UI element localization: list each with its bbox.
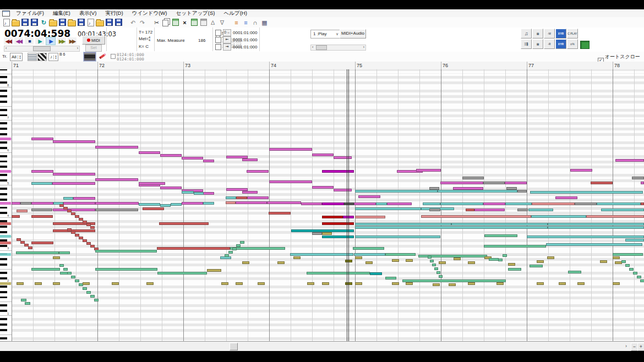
black-key[interactable] (0, 166, 7, 168)
midi-note[interactable] (143, 207, 164, 210)
midi-note[interactable] (423, 202, 440, 205)
save-project-button[interactable] (58, 18, 67, 27)
view-button-6[interactable]: ▦ (532, 39, 543, 49)
midi-note[interactable] (28, 246, 32, 249)
midi-note[interactable] (53, 282, 60, 285)
midi-note[interactable] (21, 299, 26, 301)
black-key[interactable] (0, 95, 7, 97)
midi-note[interactable] (344, 202, 354, 205)
midi-note[interactable] (236, 244, 241, 247)
midi-note[interactable] (355, 223, 451, 226)
midi-note[interactable] (632, 177, 644, 179)
copy-merge-button[interactable] (199, 18, 208, 27)
midi-note[interactable] (242, 191, 258, 194)
tempo-value[interactable]: 172 (145, 30, 152, 35)
paste-merge-button[interactable] (189, 18, 199, 27)
midi-note[interactable] (625, 264, 630, 267)
midi-note[interactable] (225, 254, 229, 257)
scroll-thumb[interactable] (33, 46, 51, 51)
track-list-button[interactable] (28, 53, 37, 61)
midi-note[interactable] (31, 268, 60, 271)
midi-note[interactable] (31, 202, 53, 205)
midi-note[interactable] (322, 202, 344, 205)
midi-note[interactable] (95, 202, 139, 205)
playhead[interactable] (348, 69, 349, 341)
spinner-arrows-icon[interactable]: ▲▼ (18, 55, 22, 59)
midi-note[interactable] (112, 282, 119, 285)
go-start-button[interactable]: ◀◀ (4, 37, 13, 45)
midi-note[interactable] (440, 182, 483, 184)
midi-note[interactable] (633, 272, 637, 275)
midi-note[interactable] (71, 276, 75, 278)
midi-note[interactable] (334, 189, 352, 191)
new-file-button[interactable] (2, 18, 11, 27)
midi-note[interactable] (498, 259, 503, 261)
spinner-arrows-icon[interactable]: ▲▼ (53, 55, 58, 59)
delete-button[interactable]: × (180, 18, 189, 27)
midi-note[interactable] (530, 191, 643, 194)
midi-note[interactable] (474, 209, 505, 211)
midi-note[interactable] (242, 261, 249, 264)
black-key[interactable] (0, 291, 7, 293)
midi-note[interactable] (307, 272, 370, 275)
black-key[interactable] (0, 81, 7, 84)
loop-start-icon[interactable]: 0→ (223, 29, 231, 36)
black-key[interactable] (0, 109, 7, 111)
view-button-1[interactable]: ▦ (532, 29, 543, 39)
midi-note[interactable] (559, 282, 566, 285)
black-key[interactable] (0, 318, 7, 320)
view-button-5[interactable]: ⇉ (521, 39, 532, 49)
black-key[interactable] (0, 286, 7, 288)
midi-note[interactable] (236, 201, 267, 204)
midi-note[interactable] (570, 169, 592, 172)
midi-note[interactable] (307, 282, 314, 285)
view-button-8[interactable]: XYR (555, 39, 566, 49)
menu-item-セットアップ[interactable]: セットアップ(S) (172, 10, 220, 17)
midi-note[interactable] (353, 247, 384, 250)
playhead[interactable] (347, 69, 347, 341)
midi-note[interactable] (625, 239, 644, 242)
midi-note[interactable] (171, 203, 182, 206)
record-button[interactable]: MIDI (82, 36, 105, 45)
set-button[interactable]: Set (85, 45, 102, 52)
midi-note[interactable] (160, 154, 182, 157)
midi-note[interactable] (517, 190, 527, 193)
black-key[interactable] (0, 245, 7, 247)
midi-note[interactable] (370, 272, 382, 275)
midi-note[interactable] (547, 256, 554, 259)
black-key[interactable] (0, 304, 7, 306)
midi-note[interactable] (600, 260, 607, 263)
open-doc-button[interactable] (95, 18, 105, 27)
midi-note[interactable] (365, 261, 373, 264)
return-icon[interactable]: ⇥ (223, 43, 231, 51)
midi-note[interactable] (95, 146, 138, 149)
midi-note[interactable] (236, 282, 243, 285)
midi-note[interactable] (496, 282, 504, 285)
midi-note[interactable] (95, 268, 157, 271)
midi-note[interactable] (59, 251, 70, 254)
midi-note[interactable] (83, 287, 87, 290)
midi-note[interactable] (392, 259, 399, 262)
midi-note[interactable] (421, 215, 531, 218)
midi-note[interactable] (548, 223, 644, 226)
black-key[interactable] (0, 277, 7, 279)
midi-note[interactable] (146, 282, 154, 285)
black-key[interactable] (0, 90, 7, 92)
marker-checkbox[interactable] (215, 44, 221, 50)
event-list-red-button[interactable]: ≡ (232, 18, 241, 27)
shift-up-button[interactable]: ∆ (208, 18, 217, 27)
open-project-button[interactable] (48, 18, 58, 27)
event-list-blue-button[interactable]: ≡ (241, 18, 250, 27)
midi-note[interactable] (385, 253, 416, 256)
midi-note[interactable] (505, 202, 532, 205)
midi-note[interactable] (53, 209, 95, 211)
midi-note[interactable] (31, 138, 53, 140)
copy-button[interactable] (161, 18, 171, 27)
midi-note[interactable] (12, 202, 20, 205)
midi-note[interactable] (637, 276, 641, 278)
midi-note[interactable] (355, 235, 440, 238)
revert-button[interactable]: ↻ (39, 18, 48, 27)
midi-note[interactable] (489, 258, 499, 261)
scroll-right-icon[interactable]: › (77, 46, 78, 51)
midi-note[interactable] (159, 222, 209, 225)
